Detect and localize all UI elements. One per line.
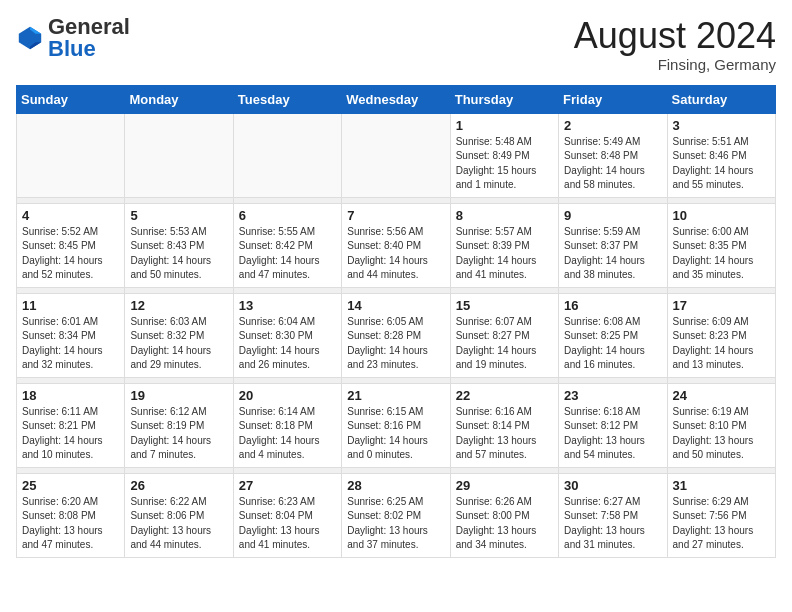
calendar-week-row: 4Sunrise: 5:52 AM Sunset: 8:45 PM Daylig… (17, 203, 776, 287)
day-detail: Sunrise: 6:22 AM Sunset: 8:06 PM Dayligh… (130, 495, 227, 553)
day-detail: Sunrise: 5:51 AM Sunset: 8:46 PM Dayligh… (673, 135, 770, 193)
day-detail: Sunrise: 5:56 AM Sunset: 8:40 PM Dayligh… (347, 225, 444, 283)
day-number: 6 (239, 208, 336, 223)
calendar-day-cell: 23Sunrise: 6:18 AM Sunset: 8:12 PM Dayli… (559, 383, 667, 467)
day-detail: Sunrise: 6:08 AM Sunset: 8:25 PM Dayligh… (564, 315, 661, 373)
day-detail: Sunrise: 6:15 AM Sunset: 8:16 PM Dayligh… (347, 405, 444, 463)
day-number: 12 (130, 298, 227, 313)
day-detail: Sunrise: 5:52 AM Sunset: 8:45 PM Dayligh… (22, 225, 119, 283)
calendar-week-row: 18Sunrise: 6:11 AM Sunset: 8:21 PM Dayli… (17, 383, 776, 467)
calendar-day-cell: 26Sunrise: 6:22 AM Sunset: 8:06 PM Dayli… (125, 473, 233, 557)
day-number: 27 (239, 478, 336, 493)
day-detail: Sunrise: 5:53 AM Sunset: 8:43 PM Dayligh… (130, 225, 227, 283)
day-number: 28 (347, 478, 444, 493)
day-detail: Sunrise: 5:49 AM Sunset: 8:48 PM Dayligh… (564, 135, 661, 193)
calendar-day-cell: 5Sunrise: 5:53 AM Sunset: 8:43 PM Daylig… (125, 203, 233, 287)
day-detail: Sunrise: 5:57 AM Sunset: 8:39 PM Dayligh… (456, 225, 553, 283)
calendar-day-cell: 25Sunrise: 6:20 AM Sunset: 8:08 PM Dayli… (17, 473, 125, 557)
svg-marker-0 (19, 27, 41, 49)
logo-text: General Blue (48, 16, 130, 60)
calendar-day-cell: 24Sunrise: 6:19 AM Sunset: 8:10 PM Dayli… (667, 383, 775, 467)
calendar-week-row: 25Sunrise: 6:20 AM Sunset: 8:08 PM Dayli… (17, 473, 776, 557)
calendar-day-cell: 28Sunrise: 6:25 AM Sunset: 8:02 PM Dayli… (342, 473, 450, 557)
day-number: 19 (130, 388, 227, 403)
day-number: 8 (456, 208, 553, 223)
day-number: 2 (564, 118, 661, 133)
day-number: 21 (347, 388, 444, 403)
calendar-day-cell: 7Sunrise: 5:56 AM Sunset: 8:40 PM Daylig… (342, 203, 450, 287)
day-header-monday: Monday (125, 85, 233, 113)
day-detail: Sunrise: 6:04 AM Sunset: 8:30 PM Dayligh… (239, 315, 336, 373)
calendar-day-cell: 15Sunrise: 6:07 AM Sunset: 8:27 PM Dayli… (450, 293, 558, 377)
calendar-day-cell: 30Sunrise: 6:27 AM Sunset: 7:58 PM Dayli… (559, 473, 667, 557)
calendar-day-cell: 13Sunrise: 6:04 AM Sunset: 8:30 PM Dayli… (233, 293, 341, 377)
day-number: 24 (673, 388, 770, 403)
day-number: 15 (456, 298, 553, 313)
calendar-day-cell (17, 113, 125, 197)
calendar-day-cell: 11Sunrise: 6:01 AM Sunset: 8:34 PM Dayli… (17, 293, 125, 377)
calendar-day-cell: 3Sunrise: 5:51 AM Sunset: 8:46 PM Daylig… (667, 113, 775, 197)
title-block: August 2024 Finsing, Germany (574, 16, 776, 73)
calendar-header-row: SundayMondayTuesdayWednesdayThursdayFrid… (17, 85, 776, 113)
day-detail: Sunrise: 6:03 AM Sunset: 8:32 PM Dayligh… (130, 315, 227, 373)
calendar-day-cell: 22Sunrise: 6:16 AM Sunset: 8:14 PM Dayli… (450, 383, 558, 467)
day-detail: Sunrise: 5:59 AM Sunset: 8:37 PM Dayligh… (564, 225, 661, 283)
day-number: 4 (22, 208, 119, 223)
calendar-week-row: 1Sunrise: 5:48 AM Sunset: 8:49 PM Daylig… (17, 113, 776, 197)
calendar-day-cell: 8Sunrise: 5:57 AM Sunset: 8:39 PM Daylig… (450, 203, 558, 287)
day-number: 29 (456, 478, 553, 493)
day-header-tuesday: Tuesday (233, 85, 341, 113)
calendar-day-cell: 31Sunrise: 6:29 AM Sunset: 7:56 PM Dayli… (667, 473, 775, 557)
day-detail: Sunrise: 6:25 AM Sunset: 8:02 PM Dayligh… (347, 495, 444, 553)
day-detail: Sunrise: 6:14 AM Sunset: 8:18 PM Dayligh… (239, 405, 336, 463)
day-detail: Sunrise: 6:23 AM Sunset: 8:04 PM Dayligh… (239, 495, 336, 553)
location-subtitle: Finsing, Germany (574, 56, 776, 73)
day-number: 30 (564, 478, 661, 493)
day-number: 13 (239, 298, 336, 313)
calendar-day-cell: 27Sunrise: 6:23 AM Sunset: 8:04 PM Dayli… (233, 473, 341, 557)
day-number: 31 (673, 478, 770, 493)
day-detail: Sunrise: 6:18 AM Sunset: 8:12 PM Dayligh… (564, 405, 661, 463)
day-number: 20 (239, 388, 336, 403)
day-number: 7 (347, 208, 444, 223)
day-detail: Sunrise: 6:09 AM Sunset: 8:23 PM Dayligh… (673, 315, 770, 373)
day-header-wednesday: Wednesday (342, 85, 450, 113)
day-detail: Sunrise: 6:26 AM Sunset: 8:00 PM Dayligh… (456, 495, 553, 553)
day-number: 3 (673, 118, 770, 133)
calendar-day-cell: 12Sunrise: 6:03 AM Sunset: 8:32 PM Dayli… (125, 293, 233, 377)
day-detail: Sunrise: 6:07 AM Sunset: 8:27 PM Dayligh… (456, 315, 553, 373)
calendar-day-cell: 18Sunrise: 6:11 AM Sunset: 8:21 PM Dayli… (17, 383, 125, 467)
calendar-day-cell: 2Sunrise: 5:49 AM Sunset: 8:48 PM Daylig… (559, 113, 667, 197)
calendar-week-row: 11Sunrise: 6:01 AM Sunset: 8:34 PM Dayli… (17, 293, 776, 377)
day-detail: Sunrise: 6:19 AM Sunset: 8:10 PM Dayligh… (673, 405, 770, 463)
calendar-day-cell: 10Sunrise: 6:00 AM Sunset: 8:35 PM Dayli… (667, 203, 775, 287)
day-detail: Sunrise: 6:01 AM Sunset: 8:34 PM Dayligh… (22, 315, 119, 373)
day-number: 17 (673, 298, 770, 313)
day-number: 10 (673, 208, 770, 223)
day-detail: Sunrise: 6:12 AM Sunset: 8:19 PM Dayligh… (130, 405, 227, 463)
day-number: 11 (22, 298, 119, 313)
calendar-day-cell (342, 113, 450, 197)
day-number: 5 (130, 208, 227, 223)
day-header-thursday: Thursday (450, 85, 558, 113)
calendar-day-cell (233, 113, 341, 197)
day-header-sunday: Sunday (17, 85, 125, 113)
day-number: 26 (130, 478, 227, 493)
day-number: 14 (347, 298, 444, 313)
day-detail: Sunrise: 6:05 AM Sunset: 8:28 PM Dayligh… (347, 315, 444, 373)
day-number: 1 (456, 118, 553, 133)
day-number: 23 (564, 388, 661, 403)
calendar-day-cell: 16Sunrise: 6:08 AM Sunset: 8:25 PM Dayli… (559, 293, 667, 377)
calendar-day-cell: 29Sunrise: 6:26 AM Sunset: 8:00 PM Dayli… (450, 473, 558, 557)
day-detail: Sunrise: 5:48 AM Sunset: 8:49 PM Dayligh… (456, 135, 553, 193)
day-number: 25 (22, 478, 119, 493)
logo: General Blue (16, 16, 130, 60)
day-number: 18 (22, 388, 119, 403)
day-number: 22 (456, 388, 553, 403)
calendar-day-cell: 19Sunrise: 6:12 AM Sunset: 8:19 PM Dayli… (125, 383, 233, 467)
day-detail: Sunrise: 5:55 AM Sunset: 8:42 PM Dayligh… (239, 225, 336, 283)
day-detail: Sunrise: 6:00 AM Sunset: 8:35 PM Dayligh… (673, 225, 770, 283)
day-detail: Sunrise: 6:16 AM Sunset: 8:14 PM Dayligh… (456, 405, 553, 463)
month-year-title: August 2024 (574, 16, 776, 56)
calendar-day-cell: 17Sunrise: 6:09 AM Sunset: 8:23 PM Dayli… (667, 293, 775, 377)
